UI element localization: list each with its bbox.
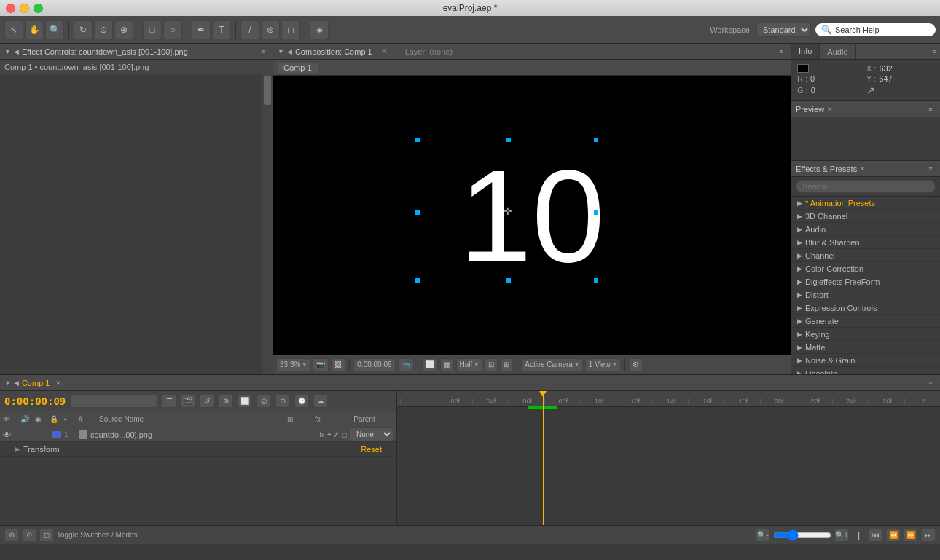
comp-close[interactable]: ✕ [381, 47, 388, 56]
tool-brush[interactable]: / [240, 20, 259, 39]
tl-btn-2[interactable]: 🎬 [181, 395, 195, 408]
tool-mask-rect[interactable]: □ [143, 20, 162, 39]
tl-btn-9[interactable]: ☁ [313, 395, 328, 408]
effects-item-6[interactable]: ▶Digieffects FreeForm [791, 275, 940, 288]
scrollbar-thumb[interactable] [264, 76, 271, 105]
tab-audio[interactable]: Audio [820, 44, 855, 59]
tl-goto-end[interactable]: ⏭ [921, 529, 936, 542]
timeline-search-input[interactable] [70, 395, 157, 408]
layer-parent-select[interactable]: None [350, 427, 393, 441]
tool-puppet[interactable]: ◈ [310, 20, 329, 39]
effects-item-5[interactable]: ▶Color Correction [791, 262, 940, 275]
timeline-menu[interactable]: ≡ [925, 378, 936, 388]
effects-item-10[interactable]: ▶Keying [791, 328, 940, 341]
tl-btn-5[interactable]: ⬜ [238, 395, 252, 408]
effects-item-9[interactable]: ▶Generate [791, 315, 940, 328]
layer-visibility[interactable]: 👁 [3, 430, 15, 439]
tl-next-frame[interactable]: ⏩ [904, 529, 918, 542]
effects-item-8[interactable]: ▶Expression Controls [791, 301, 940, 315]
layer-row[interactable]: 👁 1 countdo...00].png fx ✦ ✗ ◻ None [0, 427, 396, 442]
left-panel-menu[interactable]: ≡ [258, 47, 268, 57]
track-point-2 [506, 138, 511, 142]
layer-fx-icon[interactable]: fx ✦ ✗ ◻ [319, 431, 347, 438]
maximize-button[interactable] [34, 4, 43, 13]
timecode-btn[interactable]: 0:00:00:09 [353, 358, 395, 371]
tl-btn-4[interactable]: ⊕ [219, 395, 233, 408]
tool-mask-ellipse[interactable]: ○ [163, 20, 182, 39]
effects-label-1: 3D Channel [805, 212, 847, 221]
toolbar-sep-4 [235, 21, 236, 39]
effects-menu[interactable]: ≡ [925, 164, 936, 174]
comp-panel-menu[interactable]: ≡ [776, 47, 786, 57]
tl-btn-3[interactable]: ↺ [200, 395, 214, 408]
tool-orbit[interactable]: ⊙ [94, 20, 113, 39]
x-value: 632 [879, 64, 892, 73]
tool-text[interactable]: T [212, 20, 231, 39]
toggle-switches-label[interactable]: Toggle Switches / Modes [57, 531, 138, 539]
timeline-zoom-slider[interactable] [773, 530, 831, 540]
left-panel-scrollbar[interactable] [262, 74, 273, 374]
workspace-select[interactable]: Standard [756, 23, 811, 37]
view-count[interactable]: 1 View [585, 358, 621, 371]
tool-zoom[interactable]: 🔍 [45, 20, 64, 39]
effects-item-13[interactable]: ▶Obsolete [791, 367, 940, 374]
tl-goto-start[interactable]: ⏮ [869, 529, 883, 542]
tl-btn-1[interactable]: ☰ [162, 395, 176, 408]
tool-select[interactable]: ↖ [4, 20, 23, 39]
effects-item-1[interactable]: ▶3D Channel [791, 210, 940, 223]
tl-bottom-btn-2[interactable]: ⊙ [22, 529, 36, 542]
crosshair: ✛ [504, 205, 512, 217]
r-label: R : [797, 74, 807, 83]
tool-clone[interactable]: ⊛ [261, 20, 280, 39]
search-input[interactable] [835, 25, 930, 34]
tl-bottom-btn-3[interactable]: ◻ [39, 529, 54, 542]
tl-bottom-btn-1[interactable]: ⊕ [4, 529, 19, 542]
tool-pen[interactable]: ✒ [192, 20, 211, 39]
transparency-grid[interactable]: ▦ [440, 358, 454, 371]
tab-info[interactable]: Info [791, 44, 820, 59]
timeline-timecode[interactable]: 0:00:00:09 [4, 395, 66, 407]
fast-preview[interactable]: ⊡ [485, 358, 498, 371]
comp-settings-btn[interactable]: ⚙ [629, 358, 643, 371]
sep [349, 358, 350, 371]
tool-rotate[interactable]: ↻ [74, 20, 93, 39]
region-render[interactable]: ⬜ [422, 358, 438, 371]
tool-pan[interactable]: ⊕ [114, 20, 133, 39]
tl-zoom-out[interactable]: 🔍- [756, 529, 770, 542]
tl-zoom-in[interactable]: 🔍+ [834, 529, 849, 542]
effects-item-4[interactable]: ▶Channel [791, 249, 940, 262]
show-snapshot-btn[interactable]: 🖼 [331, 358, 345, 371]
effects-search-input[interactable] [796, 180, 936, 193]
effects-item-0[interactable]: ▶* Animation Presets [791, 197, 940, 210]
effects-item-12[interactable]: ▶Noise & Grain [791, 354, 940, 367]
minimize-button[interactable] [20, 4, 29, 13]
playhead[interactable] [543, 391, 544, 525]
tool-eraser[interactable]: ◻ [281, 20, 300, 39]
camera-select[interactable]: Active Camera [521, 358, 583, 371]
tl-btn-8[interactable]: ⌚ [294, 395, 309, 408]
tl-btn-6[interactable]: ◎ [256, 395, 271, 408]
camera-btn[interactable]: 📹 [398, 358, 414, 371]
comp-tab[interactable]: Comp 1 [278, 63, 318, 73]
effects-item-3[interactable]: ▶Blur & Sharpen [791, 236, 940, 249]
effects-item-11[interactable]: ▶Matte [791, 341, 940, 354]
close-button[interactable] [6, 4, 15, 13]
effects-item-7[interactable]: ▶Distort [791, 288, 940, 301]
effects-item-2[interactable]: ▶Audio [791, 223, 940, 236]
toggle-pixels[interactable]: ⊞ [500, 358, 513, 371]
reset-link[interactable]: Reset [361, 445, 382, 454]
snapshot-btn[interactable]: 📷 [313, 358, 329, 371]
tl-prev-frame[interactable]: ⏪ [886, 529, 901, 542]
zoom-btn[interactable]: 33.3% [276, 358, 310, 371]
effects-arrow-2: ▶ [797, 226, 802, 233]
tool-hand[interactable]: ✋ [25, 20, 44, 39]
timeline-tab[interactable]: Comp 1 [22, 379, 50, 387]
quality-btn[interactable]: Half [456, 358, 483, 371]
preview-menu[interactable]: ≡ [925, 104, 936, 114]
tl-btn-7[interactable]: ⊙ [275, 395, 290, 408]
playhead-marker[interactable] [539, 391, 547, 397]
ruler-mark-0 [400, 398, 436, 405]
ruler-mark-13: 26f [868, 398, 904, 405]
info-panel-menu[interactable]: ≡ [930, 47, 940, 57]
effects-arrow-6: ▶ [797, 278, 802, 285]
